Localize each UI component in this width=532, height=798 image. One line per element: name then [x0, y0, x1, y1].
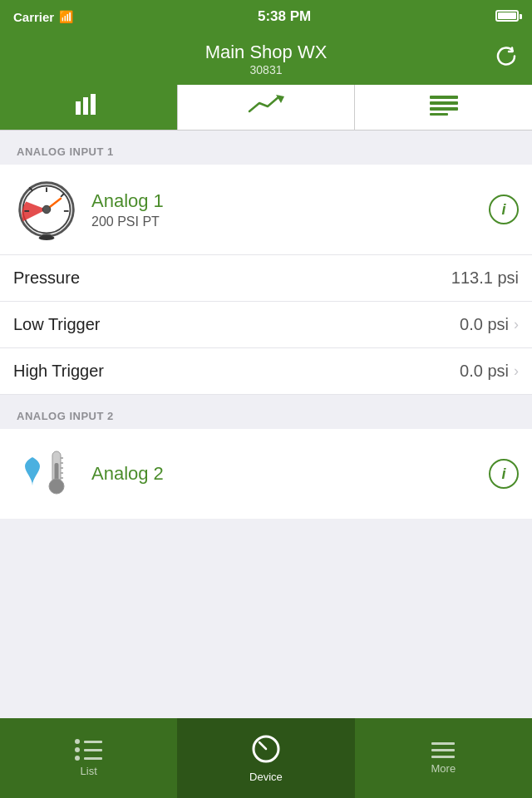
high-trigger-value: 0.0 psi ›	[460, 362, 519, 381]
page-header: Main Shop WX 30831	[0, 33, 532, 85]
low-trigger-label: Low Trigger	[13, 315, 101, 334]
svg-rect-7	[430, 113, 448, 116]
low-trigger-value: 0.0 psi ›	[460, 315, 519, 334]
svg-rect-0	[76, 101, 81, 115]
segment-list-detail[interactable]	[355, 85, 532, 130]
segment-trend[interactable]	[178, 85, 356, 130]
carrier-label: Carrier	[13, 10, 54, 24]
device-nav-icon	[251, 734, 281, 766]
nav-list[interactable]: List	[0, 718, 177, 798]
carrier-info: Carrier 📶	[13, 10, 73, 24]
analog2-info-button[interactable]: i	[489, 459, 519, 489]
trend-icon	[248, 93, 284, 121]
bar-chart-icon	[74, 93, 102, 121]
pressure-label: Pressure	[13, 268, 80, 288]
analog2-thermo-icon	[13, 441, 80, 507]
pressure-row: Pressure 113.1 psi	[0, 255, 532, 302]
refresh-button[interactable]	[494, 44, 519, 75]
svg-rect-2	[91, 94, 96, 115]
section-header-analog1: ANALOG INPUT 1	[0, 131, 532, 165]
low-trigger-chevron: ›	[514, 316, 519, 333]
analog1-device-row: Analog 1 200 PSI PT i	[0, 165, 532, 255]
svg-point-18	[39, 235, 55, 240]
analog1-card: Analog 1 200 PSI PT i Pressure 113.1 psi…	[0, 165, 532, 395]
status-bar: Carrier 📶 5:38 PM	[0, 0, 532, 33]
svg-point-21	[49, 479, 64, 494]
nav-device-label: Device	[249, 771, 283, 783]
page-subtitle: 30831	[42, 63, 490, 76]
page-title: Main Shop WX	[42, 42, 490, 63]
high-trigger-label: High Trigger	[13, 362, 104, 381]
analog1-info-button[interactable]: i	[489, 195, 519, 224]
svg-point-16	[42, 205, 51, 214]
nav-list-label: List	[81, 765, 97, 777]
battery-indicator	[495, 10, 519, 24]
list-detail-icon	[429, 93, 459, 121]
analog2-device-row: Analog 2 i	[0, 429, 532, 519]
svg-rect-1	[83, 97, 88, 115]
svg-rect-5	[430, 101, 458, 105]
section-header-analog2: ANALOG INPUT 2	[0, 395, 532, 429]
analog2-info: Analog 2	[80, 463, 489, 485]
list-nav-icon	[75, 739, 102, 761]
segment-bar-chart[interactable]	[0, 85, 178, 130]
analog1-name: Analog 1	[91, 190, 489, 212]
analog1-info: Analog 1 200 PSI PT	[80, 190, 489, 229]
nav-more-label: More	[431, 762, 456, 775]
bottom-nav: List Device More	[0, 718, 532, 798]
analog2-card: Analog 2 i	[0, 429, 532, 519]
analog2-name: Analog 2	[91, 463, 489, 485]
high-trigger-row[interactable]: High Trigger 0.0 psi ›	[0, 348, 532, 395]
segment-control	[0, 85, 532, 131]
analog1-gauge-icon	[13, 176, 80, 243]
nav-device[interactable]: Device	[177, 718, 354, 798]
pressure-value: 113.1 psi	[451, 268, 519, 288]
low-trigger-row[interactable]: Low Trigger 0.0 psi ›	[0, 302, 532, 348]
analog1-desc: 200 PSI PT	[91, 214, 489, 229]
nav-more[interactable]: More	[355, 718, 532, 798]
status-time: 5:38 PM	[258, 8, 311, 25]
more-nav-icon	[431, 742, 455, 758]
svg-rect-4	[430, 96, 458, 99]
wifi-icon: 📶	[59, 10, 73, 23]
svg-line-28	[259, 742, 266, 749]
high-trigger-chevron: ›	[514, 362, 519, 380]
svg-rect-6	[430, 107, 458, 111]
